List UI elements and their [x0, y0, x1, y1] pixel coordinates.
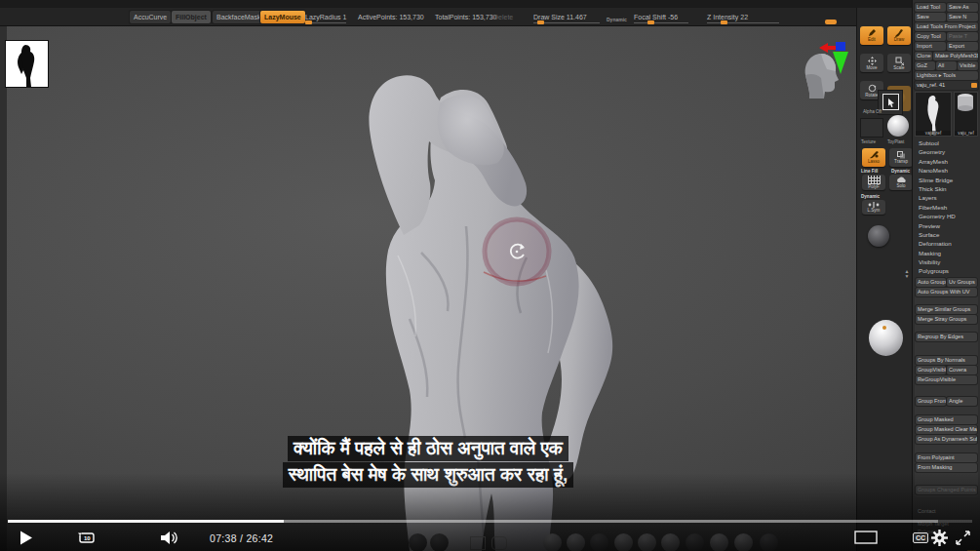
- export-button[interactable]: Export: [947, 42, 978, 51]
- panel-divider-handle[interactable]: ▲▼: [904, 269, 910, 291]
- import-button[interactable]: Import: [915, 42, 946, 51]
- save-n-button[interactable]: Save N: [947, 13, 978, 21]
- move-button[interactable]: Move: [860, 54, 883, 72]
- load-tools-project-button[interactable]: Load Tools From Project: [915, 22, 978, 31]
- accucurve-button[interactable]: AccuCurve: [130, 11, 171, 23]
- group-front-button[interactable]: Group Front: [916, 397, 946, 406]
- copy-tool-button[interactable]: Copy Tool: [915, 32, 946, 41]
- shelf-divider-handle[interactable]: [825, 20, 837, 24]
- lightbox-tools-button[interactable]: Lightbox ▸ Tools: [915, 71, 978, 80]
- x-axis-arrow: [819, 43, 828, 53]
- fullscreen-icon[interactable]: [956, 531, 970, 545]
- fillobject-button[interactable]: FillObject: [172, 11, 211, 23]
- sculpt-canvas[interactable]: BS-0.823: [0, 26, 856, 551]
- from-masking-button[interactable]: From Masking: [916, 463, 977, 472]
- groups-by-normals-button[interactable]: Groups By Normals: [916, 356, 977, 365]
- active-tool-thumbnail[interactable]: vaju_ref: [915, 92, 952, 137]
- lasso-button[interactable]: Lasso: [862, 148, 885, 167]
- material-preview-sphere[interactable]: [869, 320, 903, 356]
- from-polypaint-button[interactable]: From Polypaint: [916, 453, 977, 462]
- dynamic-draw-size-label[interactable]: Dynamic: [607, 14, 627, 26]
- player-controls: 10 07:38 / 26:42 CC: [0, 526, 980, 549]
- sculptris-pro-icon[interactable]: [868, 225, 889, 247]
- next-tool-thumbnail[interactable]: vaju_ref: [954, 92, 978, 137]
- local-symmetry-button[interactable]: L.Sym: [862, 200, 885, 215]
- menu-deformation[interactable]: Deformation: [915, 239, 978, 248]
- coverage-slider[interactable]: Covera: [947, 366, 977, 374]
- pencil-icon: [868, 29, 877, 37]
- menu-nanomesh[interactable]: NanoMesh: [915, 166, 978, 175]
- current-tool-slider[interactable]: vaju_ref. 41: [915, 81, 978, 90]
- theater-mode-icon[interactable]: [854, 531, 878, 544]
- draw-size-slider[interactable]: Draw Size 11.467: [533, 11, 604, 23]
- delete-button[interactable]: Delete: [493, 11, 513, 23]
- group-masked-clear-button[interactable]: Group Masked Clear Ma: [916, 425, 977, 434]
- texture-thumbnail[interactable]: [860, 118, 883, 138]
- play-button[interactable]: [20, 531, 33, 545]
- line-fill-label: Line Fill: [861, 169, 878, 174]
- axis-orientation-gizmo[interactable]: [819, 41, 850, 92]
- menu-slime-bridge[interactable]: Slime Bridge: [915, 176, 978, 184]
- merge-similar-groups-button[interactable]: Merge Similar Groups: [916, 305, 977, 314]
- angle-slider[interactable]: Angle: [947, 397, 977, 406]
- save-button[interactable]: Save: [915, 13, 946, 21]
- settings-gear-icon[interactable]: [931, 530, 948, 546]
- group-visible-button[interactable]: GroupVisible: [916, 366, 946, 374]
- lazymouse-button[interactable]: LazyMouse: [260, 11, 305, 23]
- backfacemask-button[interactable]: BackfaceMask: [213, 11, 265, 23]
- z-intensity-slider[interactable]: Z Intensity 22: [707, 11, 783, 23]
- regroup-by-edges-button[interactable]: Regroup By Edges: [916, 333, 977, 341]
- goz-button[interactable]: GoZ: [915, 61, 935, 70]
- material-thumbnail[interactable]: [887, 115, 909, 137]
- menu-geometry-hd[interactable]: Geometry HD: [915, 212, 978, 220]
- solo-button[interactable]: Solo: [889, 175, 913, 190]
- menu-surface[interactable]: Surface: [915, 230, 978, 239]
- solo-cloud-icon: [896, 177, 907, 183]
- transp-button[interactable]: Transp: [889, 148, 913, 167]
- reference-thumbnail[interactable]: [6, 41, 48, 87]
- polyframe-button[interactable]: PolyF: [862, 175, 885, 190]
- focal-shift-slider[interactable]: Focal Shift -56: [634, 11, 692, 23]
- auto-groups-button[interactable]: Auto Groups: [916, 278, 946, 287]
- group-as-dynamesh-button[interactable]: Group As Dynamesh Sub: [916, 435, 977, 444]
- menu-preview[interactable]: Preview: [915, 221, 978, 230]
- save-as-button[interactable]: Save As: [947, 3, 978, 12]
- seek-bar[interactable]: [8, 520, 972, 523]
- top-shelf: AccuCurve FillObject BackfaceMask LazyMo…: [0, 8, 912, 26]
- edit-button[interactable]: Edit: [860, 26, 883, 45]
- group-masked-button[interactable]: Group Masked: [916, 415, 977, 424]
- menu-contact[interactable]: Contact: [915, 507, 978, 515]
- load-tool-button[interactable]: Load Tool: [915, 3, 946, 12]
- menu-polygroups[interactable]: Polygroups: [915, 266, 978, 275]
- volume-icon[interactable]: [161, 531, 178, 545]
- scale-icon: [895, 57, 904, 65]
- goz-all-button[interactable]: All: [936, 61, 957, 70]
- paste-tool-button[interactable]: Paste T: [947, 32, 978, 41]
- menu-thick-skin[interactable]: Thick Skin: [915, 184, 978, 193]
- menu-arraymesh[interactable]: ArrayMesh: [915, 157, 978, 166]
- regroup-visible-button[interactable]: ReGroupVisible: [916, 375, 977, 384]
- auto-groups-uv-button[interactable]: Auto Groups With UV: [916, 288, 977, 296]
- groups-changed-points-button[interactable]: Groups Changed Points: [916, 486, 977, 494]
- rotate-icon: [868, 84, 877, 93]
- scale-button[interactable]: Scale: [887, 54, 911, 72]
- time-display: 07:38 / 26:42: [210, 532, 273, 544]
- replay-10-icon[interactable]: 10: [78, 531, 96, 545]
- menu-fibermesh[interactable]: FiberMesh: [915, 203, 978, 212]
- menu-geometry[interactable]: Geometry: [915, 147, 978, 156]
- brush-icon: [895, 29, 904, 37]
- draw-button[interactable]: Draw: [887, 26, 911, 45]
- merge-stray-groups-button[interactable]: Merge Stray Groups: [916, 315, 977, 324]
- menu-visibility[interactable]: Visibility: [915, 257, 978, 266]
- menu-masking[interactable]: Masking: [915, 249, 978, 257]
- goz-visible-button[interactable]: Visible: [958, 61, 978, 70]
- menu-layers[interactable]: Layers: [915, 193, 978, 202]
- right-shelf: Edit Draw Move Scale Rotate Alpha Off Te…: [856, 8, 912, 551]
- clone-button[interactable]: Clone: [915, 52, 932, 60]
- cc-badge[interactable]: CC: [913, 532, 928, 543]
- cylinder-preview: [955, 93, 976, 112]
- menu-subtool[interactable]: Subtool: [915, 138, 978, 147]
- uv-groups-button[interactable]: Uv Groups: [947, 278, 977, 287]
- make-polymesh3d-button[interactable]: Make PolyMesh3D: [933, 52, 978, 60]
- lazyradius-slider[interactable]: LazyRadius 1: [305, 11, 350, 23]
